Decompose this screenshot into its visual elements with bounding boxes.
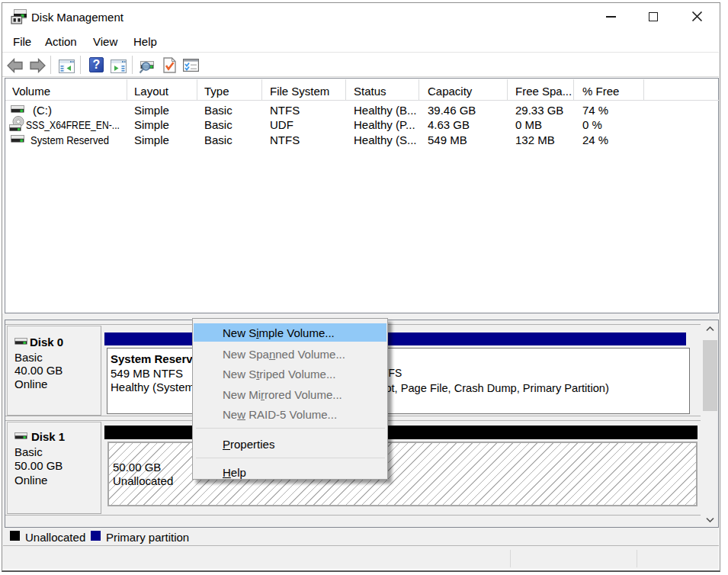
svg-text:?: ?: [93, 58, 101, 71]
